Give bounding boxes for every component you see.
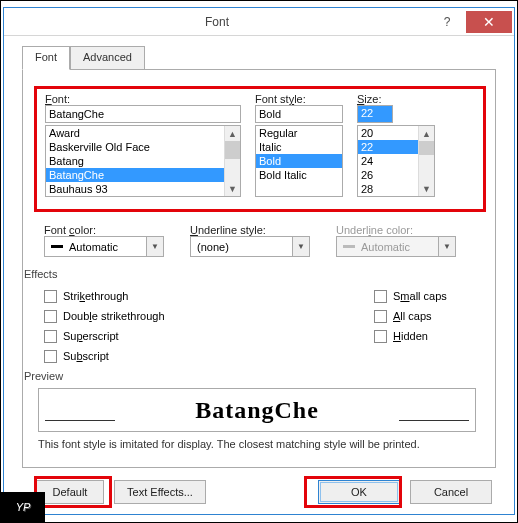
scrollbar[interactable]: ▲ ▼ xyxy=(224,126,240,196)
strikethrough-checkbox[interactable]: Strikethrough xyxy=(44,286,165,306)
size-listbox[interactable]: 20 22 24 26 28 ▲ ▼ xyxy=(357,125,435,197)
size-label: Size: xyxy=(357,93,441,105)
font-input[interactable] xyxy=(45,105,241,123)
scroll-down-icon[interactable]: ▼ xyxy=(225,181,240,196)
chevron-down-icon[interactable]: ▼ xyxy=(292,237,309,256)
highlight-ok-button xyxy=(304,476,402,508)
underline-color-label: Underline color: xyxy=(336,224,456,236)
font-color-value: Automatic xyxy=(63,241,146,253)
subscript-checkbox[interactable]: Subscript xyxy=(44,346,165,366)
underline-style-value: (none) xyxy=(191,241,292,253)
size-input[interactable]: 22 xyxy=(357,105,393,123)
font-listbox[interactable]: Award Baskerville Old Face Batang Batang… xyxy=(45,125,241,197)
tab-font[interactable]: Font xyxy=(22,46,70,70)
list-item[interactable]: Bauhaus 93 xyxy=(46,182,240,196)
underline-color-value: Automatic xyxy=(355,241,438,253)
list-item[interactable]: Italic xyxy=(256,140,342,154)
double-strikethrough-checkbox[interactable]: Double strikethrough xyxy=(44,306,165,326)
font-color-select[interactable]: Automatic ▼ xyxy=(44,236,164,257)
chevron-down-icon[interactable]: ▼ xyxy=(146,237,163,256)
highlight-default-button xyxy=(34,476,112,508)
close-button[interactable]: ✕ xyxy=(466,11,512,33)
underline-color-select: Automatic ▼ xyxy=(336,236,456,257)
all-caps-checkbox[interactable]: All caps xyxy=(374,306,447,326)
watermark-logo: YP xyxy=(1,492,45,522)
list-item[interactable]: BatangChe xyxy=(46,168,240,182)
scroll-up-icon[interactable]: ▲ xyxy=(419,126,434,141)
preview-text: BatangChe xyxy=(195,397,319,424)
list-item[interactable]: Bold xyxy=(256,154,342,168)
underline-style-label: Underline style: xyxy=(190,224,310,236)
effects-label: Effects xyxy=(24,268,57,280)
underline-style-select[interactable]: (none) ▼ xyxy=(190,236,310,257)
color-swatch-icon xyxy=(343,245,355,248)
style-input[interactable] xyxy=(255,105,343,123)
list-item[interactable]: Regular xyxy=(256,126,342,140)
list-item[interactable]: Bold Italic xyxy=(256,168,342,182)
scroll-up-icon[interactable]: ▲ xyxy=(225,126,240,141)
hidden-checkbox[interactable]: Hidden xyxy=(374,326,447,346)
style-listbox[interactable]: Regular Italic Bold Bold Italic xyxy=(255,125,343,197)
effects-right-column: Small caps All caps Hidden xyxy=(374,286,447,346)
scroll-thumb[interactable] xyxy=(225,141,240,159)
preview-label: Preview xyxy=(24,370,63,382)
color-swatch-icon xyxy=(51,245,63,248)
font-dialog: Font ? ✕ Font Advanced Font: Award Baske… xyxy=(3,7,515,515)
chevron-down-icon: ▼ xyxy=(438,237,455,256)
list-item[interactable]: Baskerville Old Face xyxy=(46,140,240,154)
list-item[interactable]: Batang xyxy=(46,154,240,168)
scrollbar[interactable]: ▲ ▼ xyxy=(418,126,434,196)
cancel-button[interactable]: Cancel xyxy=(410,480,492,504)
superscript-checkbox[interactable]: Superscript xyxy=(44,326,165,346)
tab-advanced[interactable]: Advanced xyxy=(70,46,145,70)
highlight-font-group: Font: Award Baskerville Old Face Batang … xyxy=(34,86,486,212)
style-label: Font style: xyxy=(255,93,347,105)
window-title: Font xyxy=(4,15,430,29)
effects-left-column: Strikethrough Double strikethrough Super… xyxy=(44,286,165,366)
help-button[interactable]: ? xyxy=(432,11,462,33)
small-caps-checkbox[interactable]: Small caps xyxy=(374,286,447,306)
font-color-label: Font color: xyxy=(44,224,164,236)
preview-box: BatangChe xyxy=(38,388,476,432)
font-label: Font: xyxy=(45,93,245,105)
scroll-thumb[interactable] xyxy=(419,141,434,155)
titlebar: Font ? ✕ xyxy=(4,8,514,36)
scroll-down-icon[interactable]: ▼ xyxy=(419,181,434,196)
text-effects-button[interactable]: Text Effects... xyxy=(114,480,206,504)
list-item[interactable]: Award xyxy=(46,126,240,140)
preview-note: This font style is imitated for display.… xyxy=(38,438,480,450)
